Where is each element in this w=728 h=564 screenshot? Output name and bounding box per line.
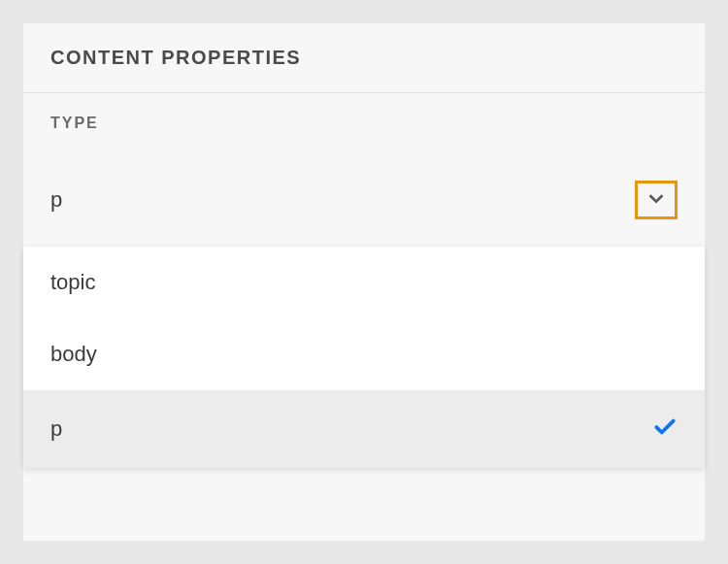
dropdown-option-topic[interactable]: topic: [23, 247, 705, 318]
type-select-value: p: [50, 187, 62, 213]
dropdown-option-label: p: [50, 416, 62, 442]
panel-header: CONTENT PROPERTIES: [23, 23, 705, 93]
type-label: TYPE: [23, 93, 705, 132]
dropdown-option-p[interactable]: p: [23, 390, 705, 468]
dropdown-option-label: topic: [50, 270, 95, 295]
type-select[interactable]: p: [23, 132, 705, 247]
dropdown-option-label: body: [50, 342, 97, 367]
panel-title: CONTENT PROPERTIES: [50, 47, 678, 69]
type-select-toggle[interactable]: [635, 181, 678, 219]
content-properties-panel: CONTENT PROPERTIES TYPE p topic body p: [23, 23, 705, 541]
chevron-down-icon: [645, 187, 667, 213]
type-dropdown: topic body p: [23, 247, 705, 468]
dropdown-option-body[interactable]: body: [23, 318, 705, 390]
check-icon: [652, 414, 678, 445]
